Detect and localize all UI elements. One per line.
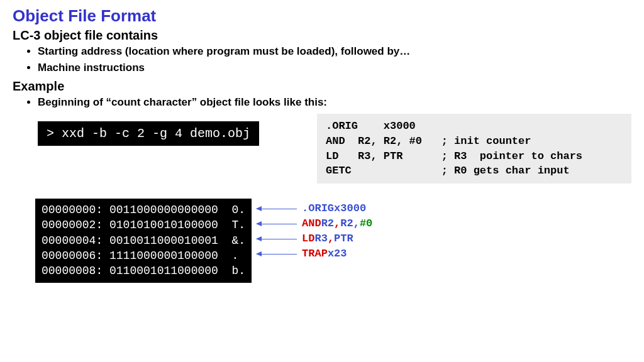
hexdump-output: 00000000: 0011000000000000 0. 00000002: … [35,199,252,282]
annot-text: R2 [340,216,353,232]
subheading-example: Example [13,79,631,94]
annot-text: R3 [314,231,327,247]
annot-text: AND [302,216,321,232]
arrow-left-icon [257,209,297,209]
annot-text: , [328,231,334,247]
annot-text: , [334,216,340,232]
assembly-snippet: .ORIG x3000 AND R2, R2, #0 ; init counte… [317,114,631,184]
bullet-list-contains: Starting address (location where program… [13,45,631,74]
bullet-item: Machine instructions [38,62,631,74]
annotation-column: .ORIG x3000 AND R2, R2, #0 LD R3, PTR TR… [252,199,372,261]
arrow-left-icon [257,224,297,224]
annot-text: x3000 [334,201,366,217]
annot-text: x23 [328,246,347,262]
annotation-orig: .ORIG x3000 [257,201,372,216]
annot-text: R2 [321,216,334,232]
annotation-and: AND R2, R2, #0 [257,216,372,231]
annot-text: LD [302,231,314,247]
bullet-list-example: Beginning of “count character” object fi… [13,96,631,109]
bullet-item: Starting address (location where program… [38,45,631,58]
subheading-contains: LC-3 object file contains [13,28,631,43]
annot-text: TRAP [302,246,328,262]
annot-text: #0 [360,216,372,232]
annot-text: PTR [334,231,353,247]
slide-title: Object File Format [13,6,631,26]
terminal-command: > xxd -b -c 2 -g 4 demo.obj [38,121,259,146]
arrow-left-icon [257,239,297,239]
bullet-item: Beginning of “count character” object fi… [38,96,631,109]
annotation-ld: LD R3, PTR [257,231,372,246]
annotation-trap: TRAP x23 [257,246,372,261]
arrow-left-icon [257,254,297,255]
annot-text: .ORIG [302,201,334,217]
annot-text: , [353,216,360,232]
